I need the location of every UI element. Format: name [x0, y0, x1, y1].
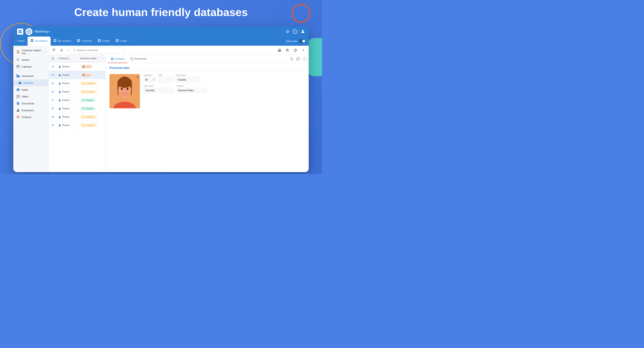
- tab-leads-label: Leads: [120, 40, 127, 42]
- app-logo-icon[interactable]: [26, 28, 32, 35]
- sidebar-item-crm[interactable]: 🏠 Customer relation ma... ⋯: [13, 47, 48, 56]
- svg-point-35: [20, 82, 21, 83]
- supplier-badge-icon-18: 🛒: [82, 107, 85, 110]
- sidebar-item-offers[interactable]: Offers: [13, 93, 48, 100]
- sidebar-item-documents[interactable]: Documents: [13, 100, 48, 107]
- person-icon: [58, 124, 61, 126]
- svg-point-62: [59, 99, 60, 100]
- salutation-select[interactable]: M ▾: [144, 77, 156, 82]
- app-title[interactable]: Marketing ▾: [35, 30, 50, 33]
- table-row[interactable]: 17 Person 🛒 S: [48, 96, 106, 104]
- table-row[interactable]: 13 Person 🎧 L: [48, 62, 106, 71]
- sidebar-item-employees[interactable]: Employees: [13, 107, 48, 114]
- table-row[interactable]: 20 Person 🏷️: [48, 121, 106, 130]
- table-row[interactable]: 15 Person 🏷️: [48, 79, 106, 88]
- customer-badge-icon-20: 🏷️: [82, 124, 85, 126]
- photo-menu-icon[interactable]: ≡: [137, 75, 138, 78]
- settings-icon[interactable]: ⚙: [286, 29, 289, 34]
- sidebar-crm-label: Customer relation ma...: [22, 49, 45, 55]
- title-value[interactable]: [158, 77, 174, 82]
- sidebar-item-contacts[interactable]: › Contacts: [13, 80, 48, 86]
- attachment-icon[interactable]: 📎: [290, 57, 294, 61]
- tab-my-contacts[interactable]: My contacts: [50, 36, 74, 46]
- tab-people[interactable]: People: [95, 36, 113, 46]
- sidebar-item-deals[interactable]: Deals: [13, 86, 48, 93]
- tab-company[interactable]: Company: [74, 36, 95, 46]
- tab-leads-icon: [116, 39, 118, 42]
- help-icon[interactable]: ?: [293, 29, 297, 34]
- table-row[interactable]: 16 Person 🏷️: [48, 88, 106, 96]
- table-row[interactable]: 18 Person 🛒 S: [48, 104, 106, 113]
- tabsbar-container: ‹ Home All contacts: [13, 36, 309, 46]
- last-name-value[interactable]: Schmidt: [144, 88, 174, 93]
- field-title: Title: [158, 74, 174, 82]
- row-contact-type-19: Person: [57, 113, 79, 121]
- sidebar-item-dashboard[interactable]: Dashboard: [13, 72, 48, 80]
- row-contact-type-20: Person: [57, 121, 79, 129]
- row-num-19: 19: [48, 113, 57, 121]
- row-num-14: 14: [48, 71, 57, 79]
- sidebar-item-products[interactable]: Products: [13, 114, 48, 120]
- customer-badge-icon-19: 🏷️: [82, 116, 85, 118]
- svg-rect-32: [18, 75, 20, 78]
- svg-rect-19: [98, 41, 99, 42]
- topbar-left: Marketing ▾: [17, 28, 50, 35]
- toolbar-settings-chevron[interactable]: ▾: [66, 47, 70, 53]
- lead-badge-icon: 🎧: [82, 65, 85, 68]
- svg-rect-27: [17, 66, 20, 68]
- svg-rect-18: [100, 39, 101, 40]
- customer-badge-icon-15: 🏷️: [82, 82, 85, 85]
- grid-icon[interactable]: [17, 28, 23, 35]
- field-last-name: Last name Schmidt: [144, 85, 174, 93]
- position-value[interactable]: General Sales: [176, 88, 207, 93]
- table-row[interactable]: 14 Person 🎧 L: [48, 71, 106, 79]
- back-button[interactable]: ‹ Home: [13, 36, 28, 46]
- svg-rect-20: [100, 41, 101, 42]
- svg-line-26: [18, 60, 19, 61]
- row-contact-type-18: Person: [57, 104, 79, 112]
- search-box[interactable]: [71, 47, 124, 53]
- toolbar-right-icons: +: [276, 47, 306, 53]
- copy-button[interactable]: [292, 47, 298, 53]
- detail-tab-documents[interactable]: Documents: [128, 55, 150, 63]
- col-business-rel-label: Business relatio...: [80, 57, 98, 60]
- col-contact-type-header[interactable]: Contact ty ▾: [57, 55, 79, 62]
- sidebar-item-calendar[interactable]: Calendar: [13, 63, 48, 70]
- comment-icon[interactable]: 💬: [296, 57, 300, 61]
- delete-button[interactable]: [284, 47, 290, 53]
- row-contact-type-15: Person: [57, 79, 79, 88]
- documents-icon: [16, 102, 20, 105]
- back-label: Home: [18, 40, 24, 42]
- tab-leads[interactable]: Leads: [113, 36, 130, 46]
- sidebar-crm-more[interactable]: ⋯: [44, 50, 47, 54]
- tab-all-contacts[interactable]: All contacts: [28, 36, 50, 46]
- table-row[interactable]: 19 Person 🏷️: [48, 113, 106, 121]
- detail-tab-contacts[interactable]: Contacts: [108, 55, 128, 63]
- col-business-rel-header[interactable]: Business relatio...: [79, 55, 100, 62]
- row-contact-type-17: Person: [57, 96, 79, 104]
- app-name-label: Marketing: [35, 30, 48, 33]
- hero-title: Create human friendly databases: [0, 6, 322, 18]
- topbar: Marketing ▾ ⚙ ?: [13, 27, 309, 36]
- search-input[interactable]: [77, 49, 122, 52]
- svg-rect-6: [32, 39, 33, 40]
- row-business-rel-20: 🏷️ Customer: [79, 121, 106, 129]
- svg-rect-2: [19, 32, 20, 33]
- row-contact-type-14: Person: [57, 71, 79, 79]
- sidebar-item-search[interactable]: Search: [13, 56, 48, 63]
- more-tabs-button[interactable]: ⋮: [130, 36, 136, 46]
- info-icon[interactable]: i: [302, 57, 306, 61]
- svg-point-74: [118, 77, 132, 88]
- edit-mode-toggle[interactable]: [299, 39, 306, 43]
- col-refresh[interactable]: [48, 55, 57, 62]
- first-name-value[interactable]: Claudia: [176, 77, 200, 82]
- col-expand-arrow[interactable]: ›: [100, 55, 106, 62]
- toolbar-settings-button[interactable]: [58, 47, 64, 53]
- profile-icon[interactable]: [301, 29, 305, 34]
- add-button[interactable]: +: [300, 47, 306, 53]
- print-button[interactable]: [276, 47, 282, 53]
- contact-photo[interactable]: ≡: [110, 74, 140, 108]
- filter-button[interactable]: [51, 47, 57, 53]
- dashboard-icon: [16, 74, 20, 78]
- svg-line-48: [75, 51, 76, 52]
